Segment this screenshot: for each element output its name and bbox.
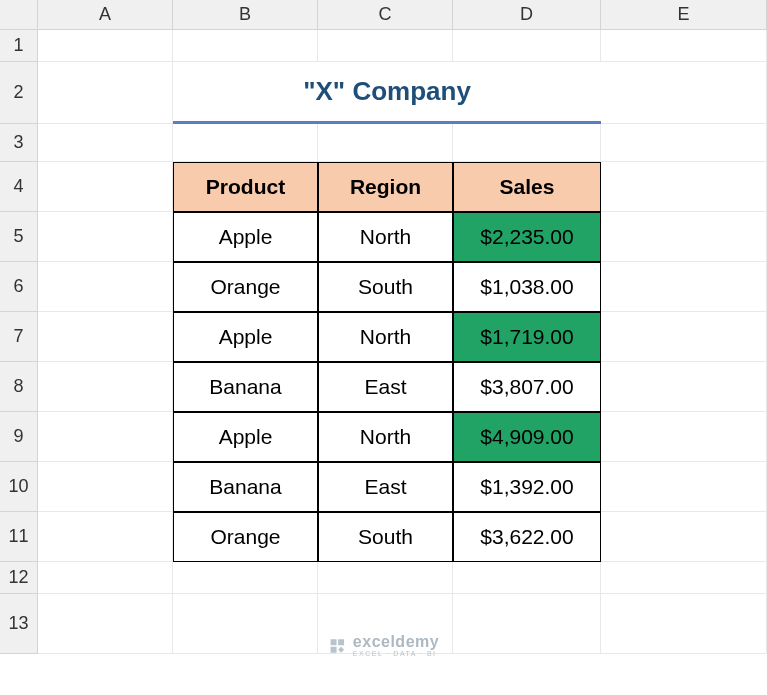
cell-d12[interactable] bbox=[453, 562, 601, 594]
cell-region-2[interactable]: North bbox=[318, 312, 453, 362]
cell-a9[interactable] bbox=[38, 412, 173, 462]
row-header-3[interactable]: 3 bbox=[0, 124, 38, 162]
cell-a1[interactable] bbox=[38, 30, 173, 62]
cell-c1[interactable] bbox=[318, 30, 453, 62]
cell-a6[interactable] bbox=[38, 262, 173, 312]
cell-sales-3[interactable]: $3,807.00 bbox=[453, 362, 601, 412]
cell-product-6[interactable]: Orange bbox=[173, 512, 318, 562]
watermark: exceldemy EXCEL · DATA · BI bbox=[328, 634, 439, 657]
cell-e7[interactable] bbox=[601, 312, 767, 362]
cell-a11[interactable] bbox=[38, 512, 173, 562]
row-header-13[interactable]: 13 bbox=[0, 594, 38, 654]
cell-product-1[interactable]: Orange bbox=[173, 262, 318, 312]
cell-region-5[interactable]: East bbox=[318, 462, 453, 512]
cell-c12[interactable] bbox=[318, 562, 453, 594]
row-header-9[interactable]: 9 bbox=[0, 412, 38, 462]
company-title[interactable]: "X" Company bbox=[173, 62, 601, 124]
select-all-corner[interactable] bbox=[0, 0, 38, 30]
cell-sales-1[interactable]: $1,038.00 bbox=[453, 262, 601, 312]
spreadsheet-grid: A B C D E 1 2 "X" Company 3 4 Product Re… bbox=[0, 0, 767, 654]
cell-e2[interactable] bbox=[601, 62, 767, 124]
cell-d1[interactable] bbox=[453, 30, 601, 62]
cell-a3[interactable] bbox=[38, 124, 173, 162]
cell-sales-0[interactable]: $2,235.00 bbox=[453, 212, 601, 262]
cell-region-0[interactable]: North bbox=[318, 212, 453, 262]
row-header-2[interactable]: 2 bbox=[0, 62, 38, 124]
cell-sales-2[interactable]: $1,719.00 bbox=[453, 312, 601, 362]
cell-e8[interactable] bbox=[601, 362, 767, 412]
header-product[interactable]: Product bbox=[173, 162, 318, 212]
cell-c3[interactable] bbox=[318, 124, 453, 162]
cell-a4[interactable] bbox=[38, 162, 173, 212]
header-region[interactable]: Region bbox=[318, 162, 453, 212]
cell-sales-6[interactable]: $3,622.00 bbox=[453, 512, 601, 562]
cell-region-1[interactable]: South bbox=[318, 262, 453, 312]
cell-region-3[interactable]: East bbox=[318, 362, 453, 412]
watermark-brand: exceldemy bbox=[353, 634, 439, 650]
col-header-c[interactable]: C bbox=[318, 0, 453, 30]
watermark-tagline: EXCEL · DATA · BI bbox=[353, 650, 439, 657]
cell-e13[interactable] bbox=[601, 594, 767, 654]
cell-d3[interactable] bbox=[453, 124, 601, 162]
cell-region-4[interactable]: North bbox=[318, 412, 453, 462]
cell-product-4[interactable]: Apple bbox=[173, 412, 318, 462]
cell-e1[interactable] bbox=[601, 30, 767, 62]
cell-b1[interactable] bbox=[173, 30, 318, 62]
row-header-1[interactable]: 1 bbox=[0, 30, 38, 62]
cell-product-5[interactable]: Banana bbox=[173, 462, 318, 512]
col-header-a[interactable]: A bbox=[38, 0, 173, 30]
row-header-11[interactable]: 11 bbox=[0, 512, 38, 562]
cell-a12[interactable] bbox=[38, 562, 173, 594]
row-header-8[interactable]: 8 bbox=[0, 362, 38, 412]
cell-b3[interactable] bbox=[173, 124, 318, 162]
row-header-6[interactable]: 6 bbox=[0, 262, 38, 312]
cell-b12[interactable] bbox=[173, 562, 318, 594]
row-header-4[interactable]: 4 bbox=[0, 162, 38, 212]
cell-e11[interactable] bbox=[601, 512, 767, 562]
cell-e4[interactable] bbox=[601, 162, 767, 212]
cell-a13[interactable] bbox=[38, 594, 173, 654]
cell-e10[interactable] bbox=[601, 462, 767, 512]
cell-a2[interactable] bbox=[38, 62, 173, 124]
cell-a5[interactable] bbox=[38, 212, 173, 262]
cell-e3[interactable] bbox=[601, 124, 767, 162]
cell-region-6[interactable]: South bbox=[318, 512, 453, 562]
cell-sales-4[interactable]: $4,909.00 bbox=[453, 412, 601, 462]
cell-e12[interactable] bbox=[601, 562, 767, 594]
cell-product-0[interactable]: Apple bbox=[173, 212, 318, 262]
cell-a8[interactable] bbox=[38, 362, 173, 412]
row-header-7[interactable]: 7 bbox=[0, 312, 38, 362]
row-header-5[interactable]: 5 bbox=[0, 212, 38, 262]
cell-d13[interactable] bbox=[453, 594, 601, 654]
row-header-12[interactable]: 12 bbox=[0, 562, 38, 594]
cell-e6[interactable] bbox=[601, 262, 767, 312]
cell-b13[interactable] bbox=[173, 594, 318, 654]
cell-e5[interactable] bbox=[601, 212, 767, 262]
cell-product-3[interactable]: Banana bbox=[173, 362, 318, 412]
cell-e9[interactable] bbox=[601, 412, 767, 462]
header-sales[interactable]: Sales bbox=[453, 162, 601, 212]
exceldemy-logo-icon bbox=[328, 637, 346, 655]
cell-a7[interactable] bbox=[38, 312, 173, 362]
cell-sales-5[interactable]: $1,392.00 bbox=[453, 462, 601, 512]
col-header-b[interactable]: B bbox=[173, 0, 318, 30]
col-header-e[interactable]: E bbox=[601, 0, 767, 30]
cell-a10[interactable] bbox=[38, 462, 173, 512]
col-header-d[interactable]: D bbox=[453, 0, 601, 30]
cell-product-2[interactable]: Apple bbox=[173, 312, 318, 362]
row-header-10[interactable]: 10 bbox=[0, 462, 38, 512]
